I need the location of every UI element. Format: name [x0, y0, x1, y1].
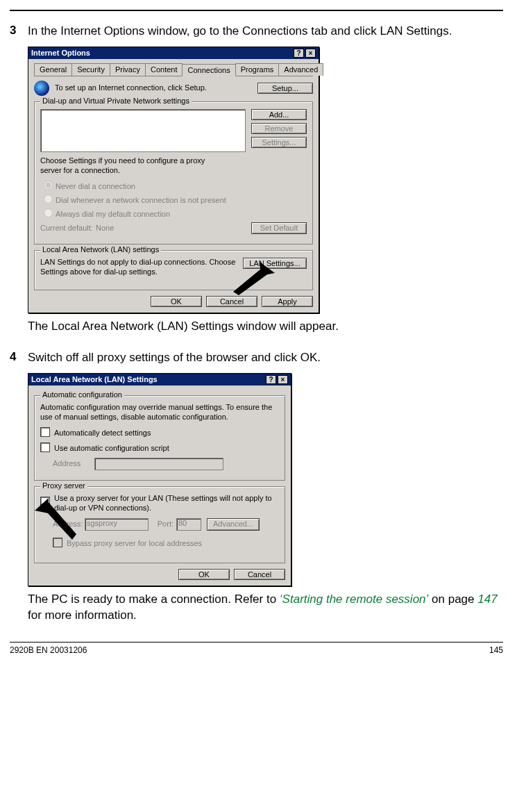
step-number: 3 — [10, 24, 28, 40]
script-address-input — [94, 458, 223, 470]
proxy-address-label: Address: — [53, 520, 85, 529]
group-title: Proxy server — [40, 481, 87, 490]
proxy-description: Use a proxy server for your LAN (These s… — [54, 494, 279, 513]
settings-button: Settings... — [251, 137, 307, 148]
lan-group: Local Area Network (LAN) settings LAN Se… — [34, 250, 313, 290]
internet-options-dialog: Internet Options ? × General Security Pr… — [28, 47, 319, 313]
apply-button[interactable]: Apply — [262, 296, 313, 307]
help-button[interactable]: ? — [294, 49, 304, 58]
connections-listbox[interactable] — [40, 109, 246, 152]
cross-reference-page[interactable]: 147 — [477, 593, 497, 606]
dialog-title: Local Area Network (LAN) Settings — [31, 375, 158, 383]
step-4: 4 Switch off all proxy settings of the b… — [10, 350, 503, 366]
current-default-value: None — [96, 224, 251, 233]
lan-settings-button[interactable]: LAN Settings... — [243, 258, 307, 269]
radio-always-dial: Always dial my default connection — [40, 206, 307, 219]
help-button[interactable]: ? — [266, 375, 276, 384]
section-divider — [10, 10, 503, 11]
step4-caption: The PC is ready to make a connection. Re… — [28, 592, 503, 624]
tab-connections[interactable]: Connections — [182, 64, 235, 76]
step-text: In the Internet Options window, go to th… — [28, 24, 503, 40]
set-default-button: Set Default — [251, 222, 307, 235]
current-default-label: Current default: — [40, 224, 96, 233]
step-number: 4 — [10, 350, 28, 366]
group-title: Local Area Network (LAN) settings — [40, 245, 161, 254]
tab-content[interactable]: Content — [145, 63, 183, 76]
close-button[interactable]: × — [278, 375, 288, 384]
script-address-label: Address — [40, 459, 94, 469]
ok-button[interactable]: OK — [178, 569, 230, 580]
step-3: 3 In the Internet Options window, go to … — [10, 24, 503, 40]
footer-docid: 2920B EN 20031206 — [10, 645, 87, 655]
dialog-titlebar[interactable]: Internet Options ? × — [28, 47, 319, 59]
lan-settings-dialog: Local Area Network (LAN) Settings ? × Au… — [28, 373, 291, 586]
page-footer: 2920B EN 20031206 145 — [10, 642, 503, 655]
setup-button[interactable]: Setup... — [257, 83, 313, 94]
auto-config-text: Automatic configuration may override man… — [40, 403, 279, 422]
dialog-titlebar[interactable]: Local Area Network (LAN) Settings ? × — [28, 374, 291, 386]
auto-config-group: Automatic configuration Automatic config… — [34, 395, 285, 481]
ok-button[interactable]: OK — [151, 296, 202, 307]
dialup-group: Dial-up and Virtual Private Network sett… — [34, 101, 313, 245]
group-title: Dial-up and Virtual Private Network sett… — [40, 97, 192, 105]
dialog-title: Internet Options — [31, 49, 90, 57]
auto-script-checkbox[interactable]: Use automatic configuration script — [40, 441, 279, 454]
setup-description: To set up an Internet connection, click … — [55, 83, 257, 93]
cancel-button[interactable]: Cancel — [234, 569, 285, 580]
proxy-port-label: Port: — [149, 520, 176, 529]
remove-button: Remove — [251, 123, 307, 134]
auto-detect-checkbox[interactable]: Automatically detect settings — [40, 426, 279, 438]
bypass-checkbox: Bypass proxy server for local addresses — [40, 536, 279, 549]
close-button[interactable]: × — [305, 49, 316, 58]
cross-reference-link[interactable]: ‘Starting the remote session’ — [280, 593, 429, 606]
radio-never-dial: Never dial a connection — [40, 178, 307, 192]
tab-privacy[interactable]: Privacy — [110, 63, 146, 76]
cancel-button[interactable]: Cancel — [206, 296, 257, 307]
tab-programs[interactable]: Programs — [235, 63, 280, 76]
step-text: Switch off all proxy settings of the bro… — [28, 350, 503, 366]
lan-description: LAN Settings do not apply to dial-up con… — [40, 258, 243, 277]
tab-advanced[interactable]: Advanced — [278, 63, 323, 76]
use-proxy-checkbox[interactable] — [40, 497, 50, 506]
globe-icon — [34, 81, 49, 96]
step3-caption: The Local Area Network (LAN) Settings wi… — [28, 319, 503, 335]
proxy-address-input: sgsproxy — [85, 518, 149, 531]
group-title: Automatic configuration — [40, 390, 124, 399]
tab-general[interactable]: General — [34, 63, 72, 76]
radio-dial-whenever: Dial whenever a network connection is no… — [40, 192, 307, 206]
tab-security[interactable]: Security — [71, 63, 110, 76]
choose-settings-text: Choose Settings if you need to configure… — [40, 156, 221, 176]
footer-page-number: 145 — [489, 645, 503, 655]
proxy-port-input: 80 — [176, 518, 201, 531]
advanced-button: Advanced... — [207, 518, 260, 531]
add-button[interactable]: Add... — [251, 109, 307, 120]
proxy-group: Proxy server Use a proxy server for your… — [34, 486, 285, 563]
tab-strip: General Security Privacy Content Connect… — [34, 63, 313, 76]
